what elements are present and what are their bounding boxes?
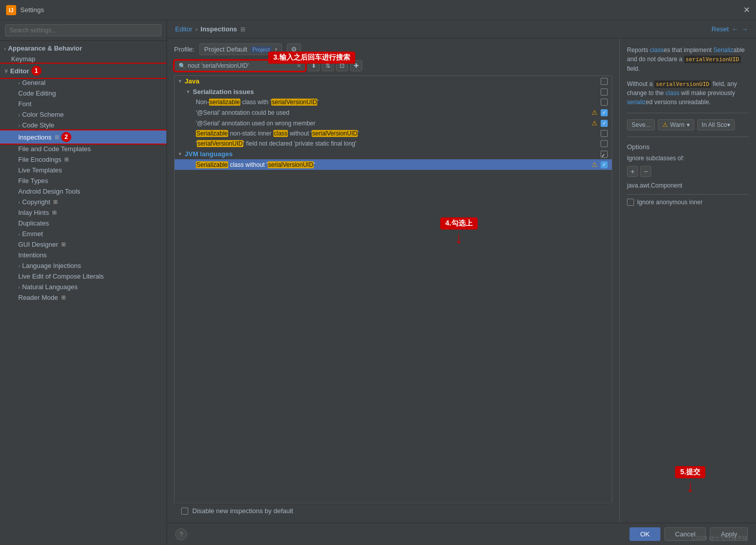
java-check-indicator[interactable] — [601, 78, 608, 85]
profile-label: Profile: — [174, 46, 194, 53]
warning-button[interactable]: ⚠ Warn ▾ — [658, 119, 694, 130]
sidebar-item-reader-mode[interactable]: Reader Mode ⊞ — [0, 292, 166, 303]
sidebar-item-keymap[interactable]: Keymap — [0, 54, 166, 64]
forward-button[interactable]: → — [741, 25, 748, 33]
add-ignore-button[interactable]: + — [627, 166, 638, 177]
warn-dropdown-arrow: ▾ — [687, 121, 690, 128]
sidebar-item-appearance[interactable]: › Appearance & Behavior — [0, 43, 166, 54]
window-title: Settings — [20, 6, 44, 14]
sidebar-item-font[interactable]: Font — [0, 99, 166, 109]
field-not-declared-checkbox[interactable] — [601, 140, 608, 147]
ok-button[interactable]: OK — [629, 527, 660, 541]
sidebar-item-duplicates[interactable]: Duplicates — [0, 218, 166, 229]
insp-item-field-not-declared[interactable]: 'serialVersionUID' field not declared 'p… — [175, 139, 612, 149]
sidebar-item-gui-designer[interactable]: GUI Designer ⊞ — [0, 239, 166, 250]
step5-arrow: ↓ — [686, 478, 694, 494]
copyright-arrow: › — [18, 199, 20, 205]
sidebar-item-general[interactable]: › General — [0, 77, 166, 88]
intentions-label: Intentions — [18, 251, 47, 259]
step4-annotation-container: 4.勾选上 ↓ — [440, 217, 478, 246]
warn-label: Warn — [670, 121, 684, 128]
step5-annotation-container: 5.提交 ↓ — [675, 466, 705, 494]
sidebar-item-code-style[interactable]: › Code Style — [0, 120, 166, 130]
serial-annotation-1-text: '@Serial' annotation could be used — [196, 109, 589, 116]
remove-ignore-button[interactable]: − — [640, 166, 651, 177]
options-separator — [627, 194, 749, 195]
jvm-languages-category[interactable]: ▾ JVM languages ✓ — [175, 149, 612, 159]
insp-item-jvm-serializable[interactable]: Serializable class without 'serialVersio… — [175, 159, 612, 170]
sidebar-item-live-templates[interactable]: Live Templates — [0, 165, 166, 175]
scope-button[interactable]: In All Sco▾ — [697, 119, 735, 130]
sidebar-item-natural-languages[interactable]: › Natural Languages — [0, 282, 166, 292]
severity-row: Seve... ⚠ Warn ▾ In All Sco▾ — [627, 119, 749, 130]
serial-annotation-1-checkbox[interactable] — [601, 109, 608, 116]
copyright-icon: ⊞ — [53, 199, 58, 205]
title-bar: IJ Settings ✕ — [0, 0, 756, 20]
sidebar-item-file-types[interactable]: File Types — [0, 175, 166, 186]
watermark: CSDN @十七号程序猿 — [692, 534, 748, 542]
ignore-anon-checkbox[interactable] — [627, 199, 634, 206]
sidebar-item-language-injections[interactable]: › Language Injections — [0, 260, 166, 271]
reader-mode-icon: ⊞ — [61, 294, 66, 301]
jvm-expand-arrow: ▾ — [179, 151, 182, 157]
back-button[interactable]: ← — [732, 25, 738, 33]
color-scheme-arrow: › — [18, 112, 20, 118]
jvm-serializable-checkbox[interactable] — [601, 161, 608, 168]
reset-label[interactable]: Reset — [711, 25, 729, 33]
serialization-label: Serialization issues — [193, 88, 254, 96]
sidebar-item-emmet[interactable]: › Emmet — [0, 229, 166, 239]
sidebar-item-android[interactable]: Android Design Tools — [0, 186, 166, 197]
java-category[interactable]: ▾ Java — [175, 76, 612, 86]
appearance-arrow: › — [4, 46, 6, 52]
step4-arrow: ↓ — [455, 230, 463, 246]
sidebar-item-editor[interactable]: ∨ Editor 1 — [0, 64, 166, 77]
live-templates-label: Live Templates — [18, 166, 62, 174]
annotation-number-2: 2 — [61, 132, 71, 142]
serial-annotation-1-warn-icon: ⚠ — [592, 109, 598, 116]
sidebar-item-file-encodings[interactable]: File Encodings ⊞ — [0, 154, 166, 165]
general-arrow: › — [18, 80, 20, 86]
breadcrumb-separator: › — [195, 25, 197, 33]
gui-designer-label: GUI Designer — [18, 241, 58, 248]
android-label: Android Design Tools — [18, 188, 80, 195]
breadcrumb-parent[interactable]: Editor — [175, 25, 192, 33]
jvm-serializable-warn-icon: ⚠ — [592, 161, 598, 168]
insp-item-serial-annotation-1[interactable]: '@Serial' annotation could be used ⚠ — [175, 107, 612, 118]
search-filter-row: 🔍 nout 'serialVersionUID' ✕ ⬇ ⇅ ⊡ ✚ — [174, 60, 612, 71]
ignore-anon-row: Ignore anonymous inner — [627, 199, 749, 206]
sidebar-item-code-editing[interactable]: Code Editing — [0, 88, 166, 99]
right-header: Editor › Inspections ⊞ Reset ← → — [167, 20, 756, 38]
serial-check-indicator[interactable] — [601, 88, 608, 96]
sidebar-item-file-templates[interactable]: File and Code Templates — [0, 144, 166, 154]
severity-button[interactable]: Seve... — [627, 119, 655, 130]
sidebar-item-color-scheme[interactable]: › Color Scheme — [0, 109, 166, 120]
non-serializable-checkbox[interactable] — [601, 99, 608, 106]
serial-annotation-2-checkbox[interactable] — [601, 120, 608, 127]
profile-row: Profile: Project Default Project ▾ ⚙ — [174, 43, 612, 55]
description-text-2: Without a serialVersionUID field, any ch… — [627, 79, 749, 107]
sidebar-item-inlay-hints[interactable]: Inlay Hints ⊞ — [0, 207, 166, 218]
general-label: General — [22, 79, 46, 86]
insp-item-non-serializable[interactable]: Non-serializable class with 'serialVersi… — [175, 97, 612, 107]
serializable-inner-checkbox[interactable] — [601, 130, 608, 137]
severity-label: Seve... — [632, 121, 650, 128]
app-icon: IJ — [6, 5, 16, 15]
disable-label: Disable new inspections by default — [192, 507, 293, 515]
jvm-check-indicator[interactable]: ✓ — [601, 151, 608, 158]
natural-lang-arrow: › — [18, 284, 20, 290]
sidebar-item-copyright[interactable]: › Copyright ⊞ — [0, 197, 166, 207]
desc-code-svuid: serialVersionUID — [684, 56, 741, 63]
insp-item-serial-annotation-2[interactable]: '@Serial' annotation used on wrong membe… — [175, 118, 612, 128]
insp-item-serializable-inner[interactable]: Serializable non-static inner class with… — [175, 128, 612, 139]
sidebar-search-input[interactable] — [5, 24, 161, 36]
editor-label: Editor — [10, 67, 29, 75]
help-button[interactable]: ? — [175, 528, 187, 540]
serialization-subcategory[interactable]: ▾ Serialization issues — [175, 86, 612, 97]
sidebar-item-live-edit[interactable]: Live Edit of Compose Literals — [0, 271, 166, 282]
lang-inject-arrow: › — [18, 263, 20, 269]
sidebar-item-inspections[interactable]: Inspections ⊞ 2 — [0, 130, 166, 144]
disable-checkbox[interactable] — [181, 508, 188, 515]
options-sublabel: Ignore subclasses of: — [627, 155, 749, 162]
sidebar-item-intentions[interactable]: Intentions — [0, 250, 166, 260]
close-button[interactable]: ✕ — [743, 5, 750, 15]
